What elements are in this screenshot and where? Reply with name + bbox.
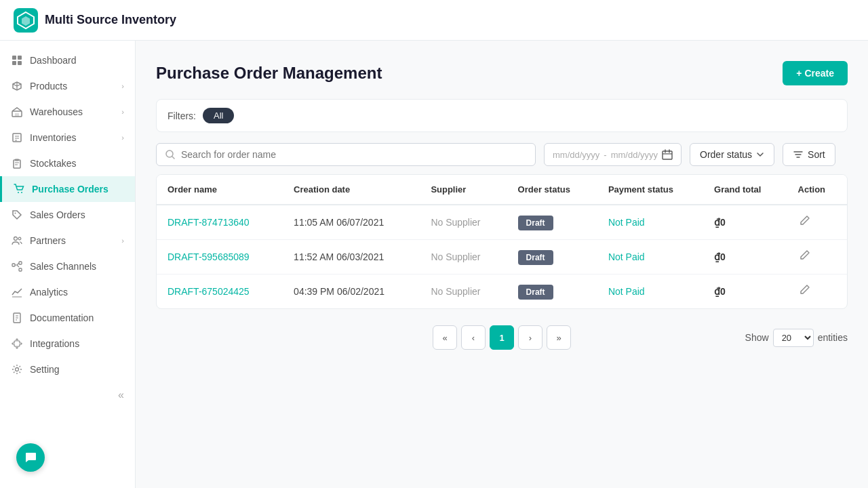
main-layout: Dashboard Products › Warehouses ›: [0, 41, 868, 488]
sidebar-item-integrations[interactable]: Integrations: [0, 331, 135, 357]
sidebar-item-purchase-orders[interactable]: Purchase Orders: [0, 176, 135, 202]
sidebar-label-analytics: Analytics: [30, 287, 68, 298]
draft-badge-1: Draft: [518, 250, 553, 265]
table-header-row: Order name Creation date Supplier Order …: [157, 175, 847, 205]
chart-icon: [11, 286, 23, 298]
sidebar-item-analytics[interactable]: Analytics: [0, 279, 135, 305]
sidebar-item-sales-channels[interactable]: Sales Channels: [0, 253, 135, 279]
logo-container: Multi Source Inventory: [14, 8, 176, 33]
cell-action-1: [787, 240, 847, 274]
svg-rect-4: [18, 56, 22, 60]
col-order-name: Order name: [157, 175, 283, 205]
sort-icon: [793, 149, 804, 160]
chat-icon: [24, 451, 37, 464]
order-status-dropdown[interactable]: Order status: [690, 143, 774, 166]
sidebar-item-dashboard[interactable]: Dashboard: [0, 47, 135, 73]
cell-grand-total-2: ₫0: [703, 274, 787, 309]
cell-order-status-1: Draft: [507, 240, 597, 274]
page-title: Purchase Order Management: [156, 64, 382, 83]
cell-creation-date-1: 11:52 AM 06/03/2021: [283, 240, 420, 274]
warehouse-icon: [11, 106, 23, 118]
sidebar-item-products[interactable]: Products ›: [0, 73, 135, 99]
order-link-1[interactable]: DRAFT-595685089: [167, 251, 250, 262]
order-link-2[interactable]: DRAFT-675024425: [167, 286, 250, 297]
sidebar-label-dashboard: Dashboard: [30, 55, 77, 66]
date-range-picker[interactable]: mm/dd/yyyy - mm/dd/yyyy: [544, 143, 682, 166]
per-page-select[interactable]: 20 50 100: [773, 329, 814, 347]
svg-rect-8: [15, 113, 19, 117]
page-first-button[interactable]: «: [433, 325, 457, 350]
top-header: Multi Source Inventory: [0, 0, 868, 41]
sidebar-item-sales-orders[interactable]: Sales Orders: [0, 202, 135, 228]
box-icon: [11, 80, 23, 92]
search-input[interactable]: [181, 149, 527, 160]
cell-supplier-0: No Supplier: [420, 205, 507, 240]
svg-rect-10: [14, 160, 20, 168]
table-row: DRAFT-675024425 04:39 PM 06/02/2021 No S…: [157, 274, 847, 309]
show-entities: Show 20 50 100 entities: [745, 329, 848, 347]
sort-button[interactable]: Sort: [783, 143, 835, 166]
date-to: mm/dd/yyyy: [611, 150, 658, 160]
pagination-row: « ‹ 1 › » Show 20 50 100 entities: [156, 325, 848, 350]
show-label: Show: [745, 332, 769, 343]
grid-icon: [11, 54, 23, 66]
col-grand-total: Grand total: [703, 175, 787, 205]
cell-order-name-0: DRAFT-874713640: [157, 205, 283, 240]
sidebar-label-inventories: Inventories: [30, 132, 76, 143]
users-icon: [11, 235, 23, 247]
table-row: DRAFT-874713640 11:05 AM 06/07/2021 No S…: [157, 205, 847, 240]
svg-rect-18: [19, 268, 22, 271]
cell-action-2: [787, 274, 847, 309]
chat-bubble-button[interactable]: [16, 443, 45, 472]
orders-table-container: Order name Creation date Supplier Order …: [156, 174, 848, 309]
create-button[interactable]: + Create: [783, 61, 848, 85]
svg-point-14: [14, 237, 18, 241]
edit-button-1[interactable]: [798, 252, 810, 264]
cell-order-status-2: Draft: [507, 274, 597, 309]
sidebar-label-sales-channels: Sales Channels: [30, 261, 96, 272]
page-1-button[interactable]: 1: [490, 325, 514, 350]
cell-order-name-2: DRAFT-675024425: [157, 274, 283, 309]
col-supplier: Supplier: [420, 175, 507, 205]
puzzle-icon: [11, 338, 23, 350]
sidebar-item-documentation[interactable]: Documentation: [0, 305, 135, 331]
col-action: Action: [787, 175, 847, 205]
page-header: Purchase Order Management + Create: [156, 61, 848, 85]
sidebar-label-warehouses: Warehouses: [30, 106, 83, 117]
sidebar-label-setting: Setting: [30, 364, 60, 375]
filters-bar: Filters: All: [156, 99, 848, 132]
svg-rect-16: [12, 264, 15, 266]
draft-badge-2: Draft: [518, 285, 553, 300]
not-paid-badge-0: Not Paid: [608, 217, 645, 228]
sidebar-item-stocktakes[interactable]: Stocktakes: [0, 150, 135, 176]
cell-grand-total-1: ₫0: [703, 240, 787, 274]
date-separator: -: [604, 150, 606, 160]
filter-all-tag[interactable]: All: [203, 108, 234, 123]
cell-order-name-1: DRAFT-595685089: [157, 240, 283, 274]
edit-button-0[interactable]: [798, 218, 810, 229]
edit-button-2[interactable]: [798, 287, 810, 298]
cell-creation-date-0: 11:05 AM 06/07/2021: [283, 205, 420, 240]
page-last-button[interactable]: »: [547, 325, 571, 350]
cell-supplier-1: No Supplier: [420, 240, 507, 274]
sidebar-label-partners: Partners: [30, 235, 66, 246]
sidebar-item-setting[interactable]: Setting: [0, 357, 135, 382]
cell-grand-total-0: ₫0: [703, 205, 787, 240]
page-prev-button[interactable]: ‹: [461, 325, 486, 350]
sidebar-item-partners[interactable]: Partners ›: [0, 228, 135, 253]
filters-label: Filters:: [167, 110, 196, 121]
sidebar-item-inventories[interactable]: Inventories ›: [0, 125, 135, 150]
sidebar-item-warehouses[interactable]: Warehouses ›: [0, 99, 135, 125]
cell-creation-date-2: 04:39 PM 06/02/2021: [283, 274, 420, 309]
inventory-icon: [11, 131, 23, 144]
search-box: [156, 143, 536, 166]
sidebar-collapse-button[interactable]: «: [0, 382, 135, 408]
chevron-right-icon-4: ›: [121, 237, 124, 245]
svg-point-15: [18, 237, 21, 240]
sidebar-label-purchase-orders: Purchase Orders: [32, 184, 108, 195]
page-next-button[interactable]: ›: [518, 325, 542, 350]
not-paid-badge-2: Not Paid: [608, 286, 645, 297]
toolbar: mm/dd/yyyy - mm/dd/yyyy Order status: [156, 143, 848, 166]
table-row: DRAFT-595685089 11:52 AM 06/03/2021 No S…: [157, 240, 847, 274]
order-link-0[interactable]: DRAFT-874713640: [167, 217, 250, 228]
